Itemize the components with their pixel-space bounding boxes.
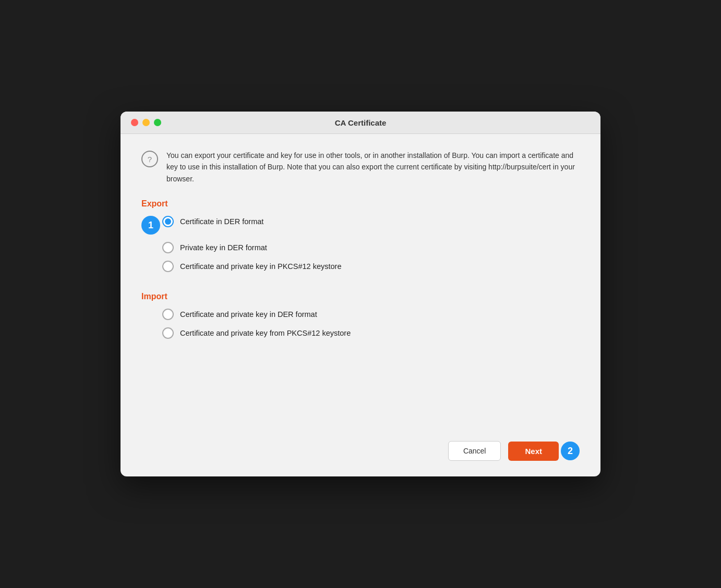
dialog-footer: Cancel Next 2 bbox=[121, 431, 600, 476]
export-label: Export bbox=[141, 199, 580, 209]
export-section: Export 1 Certificate in DER format Priva… bbox=[141, 199, 580, 279]
next-btn-wrapper: Next 2 bbox=[508, 442, 580, 461]
import-option-pkcs12-label: Certificate and private key from PKCS#12… bbox=[180, 329, 351, 337]
import-option-der[interactable]: Certificate and private key in DER forma… bbox=[162, 309, 580, 320]
help-icon: ? bbox=[141, 151, 158, 167]
import-label: Import bbox=[141, 292, 580, 301]
ca-certificate-dialog: CA Certificate ? You can export your cer… bbox=[121, 112, 600, 476]
close-button[interactable] bbox=[131, 119, 138, 126]
minimize-button[interactable] bbox=[142, 119, 150, 126]
window-controls bbox=[131, 119, 161, 126]
radio-import-pkcs12[interactable] bbox=[162, 327, 174, 339]
info-section: ? You can export your certificate and ke… bbox=[141, 150, 580, 185]
next-button[interactable]: Next bbox=[508, 442, 559, 461]
maximize-button[interactable] bbox=[154, 119, 161, 126]
radio-cert-der[interactable] bbox=[162, 216, 174, 227]
export-option-cert-pkcs12[interactable]: Certificate and private key in PKCS#12 k… bbox=[162, 261, 580, 272]
dialog-title: CA Certificate bbox=[335, 118, 387, 127]
import-option-pkcs12[interactable]: Certificate and private key from PKCS#12… bbox=[162, 327, 580, 339]
export-option-cert-der-row: 1 Certificate in DER format bbox=[141, 216, 580, 235]
import-option-der-label: Certificate and private key in DER forma… bbox=[180, 310, 317, 318]
radio-key-der[interactable] bbox=[162, 242, 174, 253]
info-text: You can export your certificate and key … bbox=[166, 150, 580, 185]
annotation-badge-2: 2 bbox=[561, 442, 580, 460]
import-section: Import Certificate and private key in DE… bbox=[141, 292, 580, 346]
annotation-badge-1: 1 bbox=[141, 216, 160, 235]
cancel-button[interactable]: Cancel bbox=[448, 441, 501, 461]
export-option-key-der-label: Private key in DER format bbox=[180, 243, 267, 252]
export-option-cert-der[interactable]: Certificate in DER format bbox=[162, 216, 263, 227]
dialog-content: ? You can export your certificate and ke… bbox=[121, 134, 600, 431]
radio-cert-pkcs12[interactable] bbox=[162, 261, 174, 272]
export-option-cert-pkcs12-label: Certificate and private key in PKCS#12 k… bbox=[180, 262, 341, 271]
export-option-cert-der-label: Certificate in DER format bbox=[180, 217, 263, 226]
title-bar: CA Certificate bbox=[121, 112, 600, 134]
radio-import-der[interactable] bbox=[162, 309, 174, 320]
export-option-key-der[interactable]: Private key in DER format bbox=[162, 242, 580, 253]
